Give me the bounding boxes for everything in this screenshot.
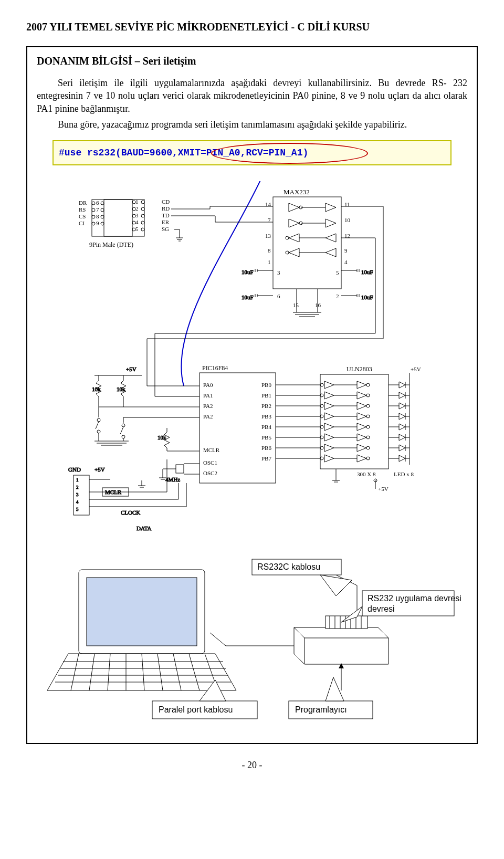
svg-text:5: 5 bbox=[76, 507, 79, 512]
svg-line-262 bbox=[173, 654, 181, 690]
svg-rect-45 bbox=[273, 197, 341, 289]
svg-text:9: 9 bbox=[344, 247, 348, 254]
svg-text:6: 6 bbox=[96, 200, 99, 206]
svg-rect-1 bbox=[104, 200, 132, 236]
svg-text:PB5: PB5 bbox=[261, 434, 271, 441]
svg-text:CD: CD bbox=[162, 198, 170, 205]
svg-text:DATA: DATA bbox=[136, 525, 152, 531]
svg-text:+5V: +5V bbox=[126, 366, 136, 372]
svg-line-275 bbox=[210, 633, 226, 646]
svg-text:1: 1 bbox=[268, 259, 271, 265]
svg-text:+5V: +5V bbox=[378, 486, 388, 492]
svg-text:9Pin Male (DTE): 9Pin Male (DTE) bbox=[89, 241, 133, 248]
svg-point-27 bbox=[92, 222, 95, 225]
svg-text:MAX232: MAX232 bbox=[284, 188, 310, 196]
crystal: 4MHz bbox=[159, 464, 200, 483]
svg-text:ULN2803: ULN2803 bbox=[346, 365, 372, 373]
svg-text:10k: 10k bbox=[117, 386, 125, 392]
svg-text:MCLR: MCLR bbox=[203, 447, 220, 453]
svg-text:10uF: 10uF bbox=[242, 269, 254, 275]
svg-text:4MHz: 4MHz bbox=[165, 476, 180, 483]
svg-text:ER: ER bbox=[162, 219, 170, 225]
svg-text:13: 13 bbox=[265, 233, 271, 239]
svg-text:5: 5 bbox=[336, 269, 339, 276]
svg-text:2: 2 bbox=[76, 485, 79, 490]
svg-text:+5V: +5V bbox=[94, 466, 105, 473]
svg-text:OSC2: OSC2 bbox=[203, 470, 217, 476]
svg-text:300 X 8: 300 X 8 bbox=[357, 471, 376, 477]
laptop-drawing bbox=[47, 570, 236, 690]
svg-text:PB3: PB3 bbox=[261, 413, 271, 420]
svg-rect-251 bbox=[87, 578, 197, 646]
svg-text:15: 15 bbox=[293, 302, 299, 308]
paragraph-1: Seri iletişim ile ilgili uygulamalarınız… bbox=[37, 77, 467, 115]
svg-text:RS232C kablosu: RS232C kablosu bbox=[257, 562, 320, 571]
svg-rect-160 bbox=[320, 374, 388, 469]
svg-point-199 bbox=[320, 436, 323, 439]
svg-text:5: 5 bbox=[135, 226, 139, 232]
svg-text:4: 4 bbox=[344, 259, 348, 265]
svg-text:10k: 10k bbox=[92, 386, 101, 392]
code-text: #use rs232(BAUD=9600,XMIT=PIN_A0,RCV=PIN… bbox=[59, 148, 308, 158]
svg-line-261 bbox=[158, 654, 163, 690]
svg-text:+5V: +5V bbox=[411, 366, 421, 372]
paragraph-2: Buna göre, yazacağımız programda seri il… bbox=[37, 118, 467, 131]
svg-point-28 bbox=[101, 222, 104, 225]
svg-text:1: 1 bbox=[76, 477, 79, 483]
code-snippet: #use rs232(BAUD=9600,XMIT=PIN_A0,RCV=PIN… bbox=[52, 140, 452, 165]
svg-point-24 bbox=[101, 208, 104, 212]
svg-text:9: 9 bbox=[96, 220, 99, 226]
svg-text:DR: DR bbox=[79, 200, 87, 206]
svg-text:10uF: 10uF bbox=[242, 294, 254, 300]
svg-text:3: 3 bbox=[76, 492, 79, 497]
svg-text:RD: RD bbox=[162, 205, 170, 212]
svg-text:CS: CS bbox=[79, 213, 86, 219]
svg-point-164 bbox=[320, 383, 323, 386]
svg-text:RS232 uygulama devresi: RS232 uygulama devresi bbox=[368, 594, 461, 603]
svg-text:PA0: PA0 bbox=[203, 382, 213, 388]
svg-point-145 bbox=[122, 435, 125, 438]
svg-text:2: 2 bbox=[135, 205, 139, 212]
svg-text:CLOCK: CLOCK bbox=[121, 509, 140, 516]
svg-point-26 bbox=[101, 215, 104, 218]
svg-text:TD: TD bbox=[162, 212, 170, 218]
svg-point-38 bbox=[141, 228, 144, 231]
svg-text:PB4: PB4 bbox=[261, 424, 271, 430]
svg-text:PIC16F84: PIC16F84 bbox=[202, 364, 228, 372]
svg-text:2: 2 bbox=[336, 293, 339, 299]
svg-point-185 bbox=[320, 415, 323, 418]
svg-text:1: 1 bbox=[135, 198, 139, 205]
svg-text:OSC1: OSC1 bbox=[203, 459, 217, 466]
setup-illustration: RS232C kablosu RS232 uygulama devresi de… bbox=[42, 554, 462, 727]
svg-text:PA1: PA1 bbox=[203, 392, 213, 399]
svg-text:PA2: PA2 bbox=[203, 413, 213, 420]
svg-text:3: 3 bbox=[135, 212, 139, 218]
svg-text:Programlayıcı: Programlayıcı bbox=[295, 705, 347, 714]
svg-text:PB1: PB1 bbox=[261, 392, 271, 399]
svg-line-257 bbox=[89, 654, 94, 690]
svg-point-21 bbox=[92, 202, 95, 205]
svg-text:4: 4 bbox=[76, 499, 79, 505]
svg-point-32 bbox=[141, 207, 144, 211]
svg-point-143 bbox=[122, 424, 125, 427]
svg-line-263 bbox=[189, 654, 200, 690]
svg-text:PB7: PB7 bbox=[261, 455, 271, 462]
svg-text:PA2: PA2 bbox=[203, 403, 213, 409]
wires-dte-max bbox=[171, 206, 273, 222]
svg-point-213 bbox=[320, 457, 323, 460]
svg-rect-153 bbox=[176, 465, 184, 473]
svg-text:PB2: PB2 bbox=[261, 403, 271, 409]
svg-point-30 bbox=[141, 201, 144, 204]
svg-text:Paralel port kablosu: Paralel port kablosu bbox=[159, 705, 233, 714]
dte-connector: DR RS CS CI 6 7 8 9 1 2 3 4 5 CD RD TD E… bbox=[79, 198, 183, 248]
svg-line-256 bbox=[71, 654, 79, 690]
pa-switches bbox=[94, 407, 200, 445]
svg-point-139 bbox=[97, 418, 100, 422]
svg-point-192 bbox=[320, 425, 323, 428]
svg-point-206 bbox=[320, 446, 323, 449]
svg-point-23 bbox=[92, 208, 95, 212]
code-link-curve bbox=[181, 181, 262, 386]
svg-text:CI: CI bbox=[79, 220, 85, 226]
svg-text:3: 3 bbox=[277, 269, 280, 276]
svg-text:PB0: PB0 bbox=[261, 382, 271, 388]
